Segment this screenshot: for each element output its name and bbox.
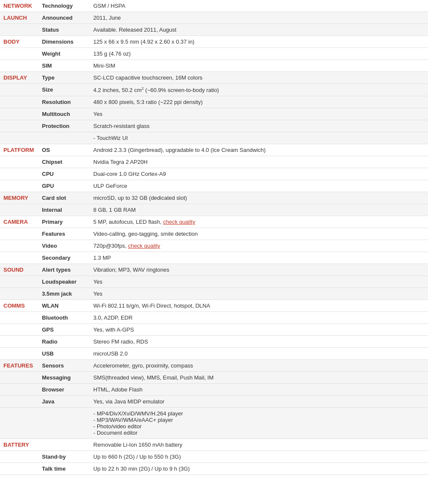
table-row: Video720p@30fps, check quality — [0, 240, 428, 252]
category-cell — [0, 372, 39, 384]
value-cell: microUSB 2.0 — [90, 348, 428, 360]
value-cell: Yes, with A-GPS — [90, 324, 428, 336]
table-row: 3.5mm jackYes — [0, 288, 428, 300]
value-cell: 2011, June — [90, 12, 428, 24]
value-cell: - TouchWiz UI — [90, 132, 428, 144]
table-row: FEATURESSensorsAccelerometer, gyro, prox… — [0, 360, 428, 372]
category-cell: NETWORK — [0, 0, 39, 12]
label-cell: Radio — [39, 336, 90, 348]
value-cell: Accelerometer, gyro, proximity, compass — [90, 360, 428, 372]
value-cell: Mini-SIM — [90, 60, 428, 72]
category-cell: COMMS — [0, 300, 39, 312]
category-cell — [0, 60, 39, 72]
label-cell: Java — [39, 396, 90, 408]
value-cell: Up to 22 h 30 min (2G) / Up to 9 h (3G) — [90, 463, 428, 475]
label-cell: Video — [39, 240, 90, 252]
table-row: GPUULP GeForce — [0, 180, 428, 192]
category-cell — [0, 204, 39, 216]
table-row: Internal8 GB, 1 GB RAM — [0, 204, 428, 216]
table-row: ProtectionScratch-resistant glass — [0, 120, 428, 132]
category-cell — [0, 463, 39, 475]
check-quality-link[interactable]: check quality — [128, 243, 160, 249]
label-cell: 3.5mm jack — [39, 288, 90, 300]
value-cell: 720p@30fps, check quality — [90, 240, 428, 252]
table-row: RadioStereo FM radio, RDS — [0, 336, 428, 348]
table-row: MultitouchYes — [0, 108, 428, 120]
label-cell: Alert types — [39, 264, 90, 276]
table-row: GPSYes, with A-GPS — [0, 324, 428, 336]
category-cell: SOUND — [0, 264, 39, 276]
category-cell: BODY — [0, 36, 39, 48]
label-cell: WLAN — [39, 300, 90, 312]
value-cell: Video-calling, geo-tagging, smile detect… — [90, 228, 428, 240]
value-cell: SMS(threaded view), MMS, Email, Push Mai… — [90, 372, 428, 384]
label-cell: GPU — [39, 180, 90, 192]
table-row: ChipsetNvidia Tegra 2 AP20H — [0, 156, 428, 168]
table-row: SOUNDAlert typesVibration; MP3, WAV ring… — [0, 264, 428, 276]
category-cell — [0, 324, 39, 336]
category-cell — [0, 228, 39, 240]
value-cell: 1.3 MP — [90, 252, 428, 264]
label-cell: Secondary — [39, 252, 90, 264]
table-row: FeaturesVideo-calling, geo-tagging, smil… — [0, 228, 428, 240]
value-cell: Up to 660 h (2G) / Up to 550 h (3G) — [90, 451, 428, 463]
category-cell — [0, 240, 39, 252]
label-cell: Primary — [39, 216, 90, 228]
label-cell: GPS — [39, 324, 90, 336]
value-cell: Yes — [90, 276, 428, 288]
table-row: StatusAvailable. Released 2011, August — [0, 24, 428, 36]
label-cell: Card slot — [39, 192, 90, 204]
category-cell — [0, 396, 39, 408]
category-cell — [0, 451, 39, 463]
table-row: COMMSWLANWi-Fi 802.11 b/g/n, Wi-Fi Direc… — [0, 300, 428, 312]
value-cell: 135 g (4.76 oz) — [90, 48, 428, 60]
category-cell: CAMERA — [0, 216, 39, 228]
value-cell: microSD, up to 32 GB (dedicated slot) — [90, 192, 428, 204]
label-cell: Internal — [39, 204, 90, 216]
category-cell — [0, 108, 39, 120]
label-cell: Features — [39, 228, 90, 240]
category-cell — [0, 84, 39, 96]
category-cell — [0, 336, 39, 348]
table-row: Stand-byUp to 660 h (2G) / Up to 550 h (… — [0, 451, 428, 463]
category-cell — [0, 168, 39, 180]
value-cell: Nvidia Tegra 2 AP20H — [90, 156, 428, 168]
category-cell — [0, 120, 39, 132]
category-cell — [0, 156, 39, 168]
category-cell — [0, 408, 39, 439]
label-cell: Technology — [39, 0, 90, 12]
label-cell: Weight — [39, 48, 90, 60]
value-cell: Removable Li-Ion 1650 mAh battery — [90, 439, 428, 451]
table-row: CPUDual-core 1.0 GHz Cortex-A9 — [0, 168, 428, 180]
category-cell — [0, 24, 39, 36]
category-cell — [0, 252, 39, 264]
label-cell — [39, 132, 90, 144]
label-cell: Stand-by — [39, 451, 90, 463]
label-cell: Resolution — [39, 96, 90, 108]
label-cell: Announced — [39, 12, 90, 24]
category-cell — [0, 276, 39, 288]
value-cell: GSM / HSPA — [90, 0, 428, 12]
value-cell: Stereo FM radio, RDS — [90, 336, 428, 348]
value-cell: Vibration; MP3, WAV ringtones — [90, 264, 428, 276]
category-cell: FEATURES — [0, 360, 39, 372]
table-row: Weight135 g (4.76 oz) — [0, 48, 428, 60]
check-quality-link[interactable]: check quality — [163, 219, 195, 225]
value-cell: SC-LCD capacitive touchscreen, 16M color… — [90, 72, 428, 84]
value-cell: 480 x 800 pixels, 5:3 ratio (~222 ppi de… — [90, 96, 428, 108]
category-cell: LAUNCH — [0, 12, 39, 24]
category-cell — [0, 312, 39, 324]
table-row: USBmicroUSB 2.0 — [0, 348, 428, 360]
label-cell: Loudspeaker — [39, 276, 90, 288]
label-cell: Messaging — [39, 372, 90, 384]
category-cell — [0, 288, 39, 300]
table-row: BATTERYRemovable Li-Ion 1650 mAh battery — [0, 439, 428, 451]
table-row: MessagingSMS(threaded view), MMS, Email,… — [0, 372, 428, 384]
value-cell: - MP4/DivX/XviD/WMV/H.264 player- MP3/WA… — [90, 408, 428, 439]
label-cell: Sensors — [39, 360, 90, 372]
label-cell: Multitouch — [39, 108, 90, 120]
label-cell: USB — [39, 348, 90, 360]
table-row: MEMORYCard slotmicroSD, up to 32 GB (ded… — [0, 192, 428, 204]
value-cell: Android 2.3.3 (Gingerbread), upgradable … — [90, 144, 428, 156]
category-cell — [0, 384, 39, 396]
